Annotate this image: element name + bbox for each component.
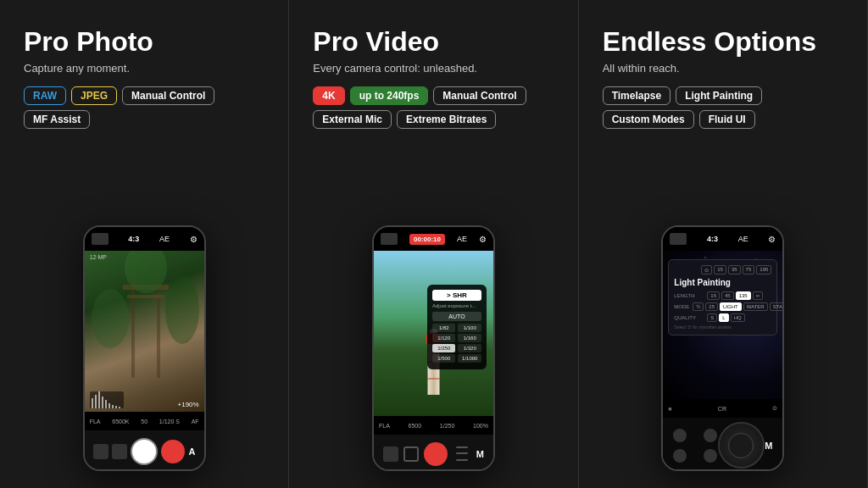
exposure-row-3: 1/250 1/320 <box>432 344 481 352</box>
a-label: A <box>189 446 196 457</box>
phone3-screen: 4:3 AE ⚙ <box>663 227 782 469</box>
mode-opt-water[interactable]: WATER <box>743 302 768 311</box>
exposure-label: Adjust exposure t... <box>432 303 481 308</box>
endless-options-title: Endless Options <box>603 27 843 57</box>
zoom-indicator: +190% <box>178 401 199 408</box>
phone1: 4:3 AE ⚙ 12·MP <box>83 225 206 471</box>
lp-tab-195[interactable]: 195 <box>756 265 771 274</box>
iso-value: 50 <box>141 419 147 424</box>
quality-opt-l[interactable]: L <box>719 313 728 322</box>
exposure-row-4: 1/500 1/1000 <box>432 354 481 363</box>
grid-icon-2 <box>381 233 398 245</box>
tag-video-manual[interactable]: Manual Control <box>433 86 526 105</box>
lp-quality-row: QUALITY S L HQ <box>674 313 771 322</box>
mode-opt-25[interactable]: 25 <box>705 302 718 311</box>
speed-value-2: 1/250 <box>440 423 455 429</box>
audio-line-1 <box>456 446 468 448</box>
phone2-camera-view: > SHR Adjust exposure t... AUTO 1/82 1/1… <box>374 251 493 416</box>
zoom-value-2: 100% <box>473 423 488 429</box>
mode-opt-star[interactable]: STAR <box>770 302 783 311</box>
tag-light-painting[interactable]: Light Painting <box>676 86 762 105</box>
auto-button[interactable]: AUTO <box>432 312 481 321</box>
folder-icon <box>93 444 108 459</box>
svg-point-8 <box>705 257 707 258</box>
tag-timelapse[interactable]: Timelapse <box>603 86 670 105</box>
tag-raw[interactable]: RAW <box>24 86 66 105</box>
quality-note: Select 'S' for smoother strokes <box>674 324 771 330</box>
phone3-container: 4:3 AE ⚙ <box>603 141 843 471</box>
phone3: 4:3 AE ⚙ <box>661 225 784 471</box>
phone1-controls: A <box>85 430 204 469</box>
tag-4k[interactable]: 4K <box>313 86 344 105</box>
phone2-container: 00:00:10 AE ⚙ > <box>313 141 554 471</box>
exp-val-3[interactable]: 1/120 <box>432 334 456 342</box>
nav-row-1 <box>673 429 717 442</box>
quality-opt-hq[interactable]: HQ <box>731 313 745 322</box>
length-label: LENGTH <box>674 293 704 298</box>
folder-icon-2 <box>383 446 398 462</box>
speed-value: 1/120 S <box>159 419 180 424</box>
light-painting-title: Light Painting <box>674 278 771 287</box>
mode-icon <box>403 446 419 462</box>
phone1-settings-bar: FLA 6500K 50 1/120 S AF <box>85 412 204 430</box>
lp-tab-15[interactable]: 15 <box>714 265 726 274</box>
exp-val-8[interactable]: 1/1000 <box>458 354 481 363</box>
audio-line-3 <box>456 459 468 461</box>
svg-point-5 <box>165 276 199 344</box>
length-opt-135[interactable]: 135 <box>736 291 751 300</box>
nav-spacer <box>693 429 697 442</box>
fla-label: FLA <box>90 419 101 424</box>
quality-opt-s[interactable]: S <box>707 313 717 322</box>
record-button[interactable] <box>161 440 185 463</box>
tag-jpeg[interactable]: JPEG <box>71 86 117 105</box>
phone2-controls: M <box>374 435 493 469</box>
tag-extreme-bitrates[interactable]: Extreme Bitrates <box>397 110 496 129</box>
shutter-button[interactable] <box>131 438 158 465</box>
gear-icon: ⚙ <box>190 235 198 244</box>
length-opt-inf[interactable]: ∞ <box>753 291 763 300</box>
lp-tab-1[interactable]: ⊙ <box>701 265 712 274</box>
exp-val-7[interactable]: 1/500 <box>432 354 456 363</box>
pro-video-title: Pro Video <box>313 27 554 57</box>
phone2-screen: 00:00:10 AE ⚙ > <box>374 227 493 469</box>
mode-opt-half[interactable]: ½ <box>693 302 704 311</box>
tag-fluid-ui[interactable]: Fluid UI <box>699 110 755 129</box>
pro-photo-subtitle: Capture any moment. <box>24 62 264 75</box>
lp-tab-75[interactable]: 75 <box>743 265 755 274</box>
phone1-container: 4:3 AE ⚙ 12·MP <box>24 141 264 471</box>
quality-options: S L HQ <box>707 313 744 322</box>
gear-icon-2: ⚙ <box>479 235 487 244</box>
shr-button[interactable]: > SHR <box>432 290 481 301</box>
tag-custom-modes[interactable]: Custom Modes <box>603 110 694 129</box>
exp-val-4[interactable]: 1/160 <box>458 334 481 342</box>
tag-240fps[interactable]: up to 240fps <box>350 86 429 105</box>
fla-label-2: FLA <box>379 423 390 429</box>
phone3-camera-view: ⊙ 15 35 75 195 Light Painting LENGTH 15 … <box>663 251 782 399</box>
length-opt-45[interactable]: 45 <box>721 291 734 300</box>
phone3-num: ⊙ <box>772 405 777 412</box>
pro-video-subtitle: Every camera control: unleashed. <box>313 62 554 75</box>
exp-val-6[interactable]: 1/320 <box>458 344 481 352</box>
filter-icon <box>112 444 127 459</box>
exp-val-1[interactable]: 1/82 <box>432 324 456 332</box>
mode-options: ½ 25 LIGHT WATER STAR BULB <box>693 302 782 311</box>
length-opt-15[interactable]: 15 <box>707 291 720 300</box>
record-button-2[interactable] <box>424 442 448 466</box>
phone1-top-bar: 4:3 AE ⚙ <box>85 227 204 251</box>
mode-opt-light[interactable]: LIGHT <box>720 302 742 311</box>
endless-options-panel: Endless Options All within reach. Timela… <box>579 0 868 488</box>
lp-tab-35[interactable]: 35 <box>728 265 741 274</box>
dial-wheel[interactable] <box>718 422 765 469</box>
torii-decoration <box>85 251 204 412</box>
endless-options-subtitle: All within reach. <box>603 62 843 75</box>
tag-mf-assist[interactable]: MF Assist <box>24 110 90 129</box>
phone2-ae: AE <box>457 235 467 243</box>
exp-val-5[interactable]: 1/250 <box>432 344 456 352</box>
tag-manual-control[interactable]: Manual Control <box>122 86 214 105</box>
pro-photo-tags: RAW JPEG Manual Control MF Assist <box>24 86 264 129</box>
phone3-controls: M <box>663 418 782 469</box>
tag-external-mic[interactable]: External Mic <box>313 110 392 129</box>
phone1-screen: 4:3 AE ⚙ 12·MP <box>85 227 204 469</box>
temp-value: 6500K <box>112 419 129 424</box>
exp-val-2[interactable]: 1/100 <box>458 324 481 332</box>
